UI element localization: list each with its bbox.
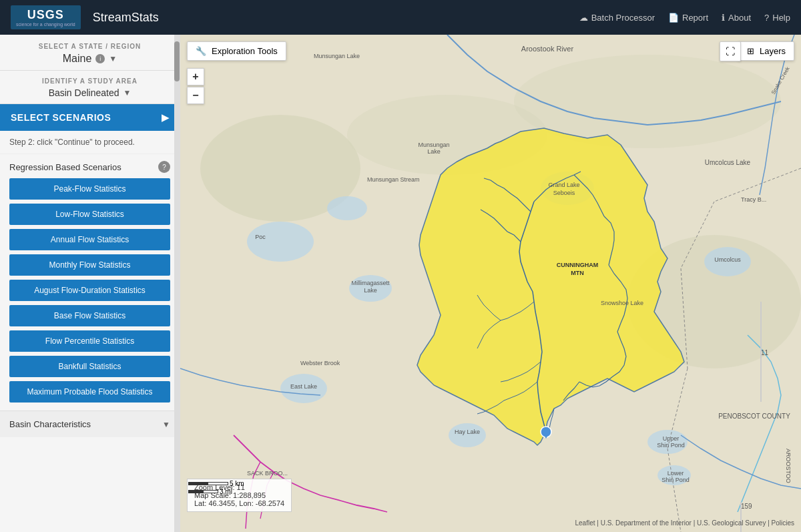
- layers-label: Layers: [760, 46, 786, 56]
- basin-characteristics-section[interactable]: Basin Characteristics ▼: [0, 411, 180, 437]
- logo-area: USGS science for a changing world Stream…: [11, 5, 159, 29]
- svg-text:Munsungan Lake: Munsungan Lake: [314, 53, 360, 59]
- study-area-label: IDENTIFY A STUDY AREA: [11, 77, 169, 85]
- svg-text:SACK BROO...: SACK BROO...: [247, 470, 288, 477]
- svg-text:Hay Lake: Hay Lake: [455, 429, 480, 435]
- study-area-value: Basin Delineated ▼: [11, 87, 169, 98]
- zoom-controls: + −: [187, 68, 204, 104]
- state-dropdown-arrow[interactable]: ▼: [109, 54, 117, 63]
- usgs-logo: USGS science for a changing world: [11, 5, 81, 29]
- svg-point-8: [327, 196, 367, 220]
- svg-text:CUNNINGHAM: CUNNINGHAM: [557, 262, 599, 268]
- select-scenarios-button[interactable]: SELECT SCENARIOS ▶: [0, 104, 180, 131]
- svg-text:Millimagassett: Millimagassett: [351, 280, 390, 286]
- exploration-tools-panel[interactable]: 🔧 Exploration Tools: [187, 41, 286, 61]
- regression-header: Regression Based Scenarios ?: [9, 161, 170, 173]
- scale-bar: 5 km 3 mi: [188, 480, 244, 495]
- monthly-flow-btn[interactable]: Monthly Flow Statistics: [9, 254, 170, 276]
- main-content: SELECT A STATE / REGION Maine i ▼ IDENTI…: [0, 35, 801, 532]
- svg-text:159: 159: [741, 503, 752, 510]
- peak-flow-btn[interactable]: Peak-Flow Statistics: [9, 178, 170, 200]
- batch-processor-nav[interactable]: ☁ Batch Processor: [579, 13, 655, 23]
- august-flow-btn[interactable]: August Flow-Duration Statistics: [9, 280, 170, 301]
- state-region-label: SELECT A STATE / REGION: [11, 43, 169, 50]
- sidebar: SELECT A STATE / REGION Maine i ▼ IDENTI…: [0, 35, 180, 532]
- zoom-in-button[interactable]: +: [187, 68, 204, 85]
- svg-text:AROOSTOO: AROOSTOO: [785, 449, 792, 483]
- regression-section: Regression Based Scenarios ? Peak-Flow S…: [0, 154, 180, 411]
- svg-text:East Lake: East Lake: [290, 383, 317, 390]
- base-flow-btn[interactable]: Base Flow Statistics: [9, 305, 170, 326]
- usgs-text: USGS: [27, 8, 64, 22]
- svg-text:Shin Pond: Shin Pond: [657, 442, 685, 449]
- svg-text:PENOBSCOT COUNTY: PENOBSCOT COUNTY: [718, 413, 790, 420]
- svg-text:Seboeis: Seboeis: [553, 190, 575, 196]
- basin-char-arrow: ▼: [162, 420, 170, 429]
- sidebar-scrollbar[interactable]: [174, 35, 180, 532]
- svg-text:Aroostook River: Aroostook River: [521, 45, 574, 53]
- map-svg: Aroostook River Umcolcus Lake Grand Lake…: [180, 35, 801, 532]
- app-title: StreamStats: [93, 11, 159, 25]
- select-scenarios-arrow: ▶: [162, 112, 170, 123]
- svg-text:Upper: Upper: [663, 435, 680, 442]
- study-area-section: IDENTIFY A STUDY AREA Basin Delineated ▼: [0, 71, 180, 104]
- svg-text:Lake: Lake: [427, 148, 441, 155]
- svg-text:Umcolcus: Umcolcus: [714, 256, 741, 263]
- study-area-dropdown[interactable]: ▼: [123, 88, 131, 97]
- layers-control[interactable]: ⊞ Layers: [738, 41, 794, 61]
- exploration-tools-label: Exploration Tools: [212, 46, 278, 56]
- state-region-value: Maine i ▼: [11, 53, 169, 65]
- scale-km: 5 km: [230, 480, 244, 487]
- low-flow-btn[interactable]: Low-Flow Statistics: [9, 204, 170, 225]
- svg-text:Lower: Lower: [668, 470, 684, 477]
- sidebar-scrollbar-thumb: [174, 41, 180, 81]
- svg-text:Umcolcus Lake: Umcolcus Lake: [705, 159, 751, 166]
- header-nav: ☁ Batch Processor 📄 Report ℹ About ? Hel…: [579, 13, 790, 23]
- header: USGS science for a changing world Stream…: [0, 0, 801, 35]
- lat-lon: Lat: 46.3455, Lon: -68.2574: [194, 499, 284, 507]
- usgs-tagline: science for a changing world: [16, 22, 75, 27]
- scale-mi: 3 mi: [220, 488, 232, 495]
- state-info-icon[interactable]: i: [95, 54, 105, 63]
- mpf-btn[interactable]: Maximum Probable Flood Statistics: [9, 381, 170, 403]
- help-nav[interactable]: ? Help: [764, 13, 790, 23]
- svg-text:MTN: MTN: [571, 270, 584, 276]
- about-nav[interactable]: ℹ About: [722, 13, 751, 23]
- svg-text:Poc: Poc: [255, 234, 266, 240]
- svg-text:Lake: Lake: [364, 287, 377, 294]
- study-area-text: Basin Delineated: [49, 87, 119, 98]
- state-region-section: SELECT A STATE / REGION Maine i ▼: [0, 35, 180, 71]
- bankfull-btn[interactable]: Bankfull Statistics: [9, 356, 170, 377]
- basin-char-label: Basin Characteristics: [9, 419, 91, 429]
- svg-text:Tracy B...: Tracy B...: [741, 196, 766, 203]
- flow-percentile-btn[interactable]: Flow Percentile Statistics: [9, 330, 170, 352]
- svg-point-7: [247, 222, 314, 262]
- svg-point-10: [449, 423, 486, 447]
- map-container[interactable]: Aroostook River Umcolcus Lake Grand Lake…: [180, 35, 801, 532]
- map-attribution: Leaflet | U.S. Department of the Interio…: [575, 519, 795, 527]
- state-name: Maine: [63, 53, 92, 65]
- tools-icon: 🔧: [196, 46, 206, 56]
- regression-help-icon[interactable]: ?: [158, 161, 170, 173]
- report-nav[interactable]: 📄 Report: [668, 13, 708, 23]
- zoom-out-button[interactable]: −: [187, 87, 204, 104]
- svg-text:Snowshoe Lake: Snowshoe Lake: [601, 300, 643, 306]
- regression-title: Regression Based Scenarios: [9, 162, 121, 172]
- annual-flow-btn[interactable]: Annual Flow Statistics: [9, 229, 170, 250]
- layers-icon: ⊞: [747, 46, 754, 56]
- svg-text:Munsungan: Munsungan: [418, 142, 449, 148]
- step-instruction: Step 2: click "Continue" to proceed.: [0, 131, 180, 154]
- svg-text:11: 11: [761, 349, 769, 356]
- fullscreen-button[interactable]: ⛶: [720, 41, 741, 61]
- svg-text:Munsungan Stream: Munsungan Stream: [367, 176, 420, 183]
- svg-text:Shin Pond: Shin Pond: [661, 477, 690, 483]
- svg-text:Webster Brook: Webster Brook: [300, 360, 340, 366]
- select-scenarios-label: SELECT SCENARIOS: [11, 112, 111, 123]
- svg-text:Grand Lake: Grand Lake: [548, 182, 579, 188]
